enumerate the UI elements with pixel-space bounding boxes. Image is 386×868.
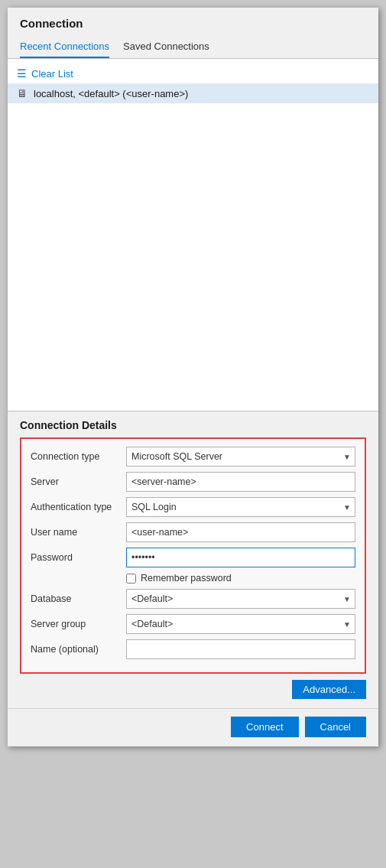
cancel-button[interactable]: Cancel xyxy=(305,717,366,737)
dialog-title: Connection xyxy=(8,8,378,36)
main-button-row: Connect Cancel xyxy=(8,708,378,746)
remember-password-label: Remember password xyxy=(141,573,232,584)
connect-button[interactable]: Connect xyxy=(231,717,298,737)
password-label: Password xyxy=(31,552,126,563)
server-group-select[interactable]: <Default> xyxy=(126,614,355,634)
username-label: User name xyxy=(31,527,126,538)
tabs-container: Recent Connections Saved Connections xyxy=(8,36,378,59)
clear-list-button[interactable]: ☰ Clear List xyxy=(8,63,378,83)
tab-recent-connections[interactable]: Recent Connections xyxy=(20,36,109,58)
database-select[interactable]: <Default> xyxy=(126,589,355,609)
name-input[interactable] xyxy=(126,639,355,659)
username-input-wrapper xyxy=(126,522,355,542)
server-input[interactable] xyxy=(126,472,355,492)
clear-list-label: Clear List xyxy=(31,68,73,80)
remember-password-checkbox[interactable] xyxy=(126,574,136,584)
database-row: Database <Default> xyxy=(31,589,355,609)
auth-type-row: Authentication type SQL Login xyxy=(31,497,355,517)
server-icon: 🖥 xyxy=(17,87,28,99)
server-row: Server xyxy=(31,472,355,492)
database-select-wrapper: <Default> xyxy=(126,589,355,609)
server-input-wrapper xyxy=(126,472,355,492)
name-row: Name (optional) xyxy=(31,639,355,659)
connection-type-row: Connection type Microsoft SQL Server xyxy=(31,447,355,467)
section-title: Connection Details xyxy=(20,419,366,431)
details-form: Connection type Microsoft SQL Server Ser… xyxy=(20,437,366,674)
connection-type-select-wrapper: Microsoft SQL Server xyxy=(126,447,355,467)
username-input[interactable] xyxy=(126,522,355,542)
password-input[interactable] xyxy=(126,548,355,567)
advanced-button-row: Advanced... xyxy=(20,674,366,702)
username-row: User name xyxy=(31,522,355,542)
auth-type-label: Authentication type xyxy=(31,502,126,512)
connection-details-section: Connection Details Connection type Micro… xyxy=(8,411,378,708)
tab-saved-connections[interactable]: Saved Connections xyxy=(123,36,209,58)
password-input-wrapper xyxy=(126,548,355,567)
server-group-label: Server group xyxy=(31,619,126,629)
connection-dialog: Connection Recent Connections Saved Conn… xyxy=(8,8,378,746)
remember-password-row: Remember password xyxy=(126,573,355,584)
connection-item[interactable]: 🖥 localhost, <default> (<user-name>) xyxy=(8,83,378,103)
connection-type-select[interactable]: Microsoft SQL Server xyxy=(126,447,355,467)
advanced-button[interactable]: Advanced... xyxy=(292,680,366,699)
database-label: Database xyxy=(31,593,126,604)
name-label: Name (optional) xyxy=(31,644,126,655)
connection-item-label: localhost, <default> (<user-name>) xyxy=(34,88,188,99)
password-row: Password xyxy=(31,548,355,567)
server-group-row: Server group <Default> xyxy=(31,614,355,634)
auth-type-select[interactable]: SQL Login xyxy=(126,497,355,517)
auth-type-select-wrapper: SQL Login xyxy=(126,497,355,517)
clear-list-icon: ☰ xyxy=(17,67,27,80)
connection-type-label: Connection type xyxy=(31,451,126,462)
server-label: Server xyxy=(31,476,126,487)
server-group-select-wrapper: <Default> xyxy=(126,614,355,634)
recent-connections-panel: ☰ Clear List 🖥 localhost, <default> (<us… xyxy=(8,59,378,411)
name-input-wrapper xyxy=(126,639,355,659)
